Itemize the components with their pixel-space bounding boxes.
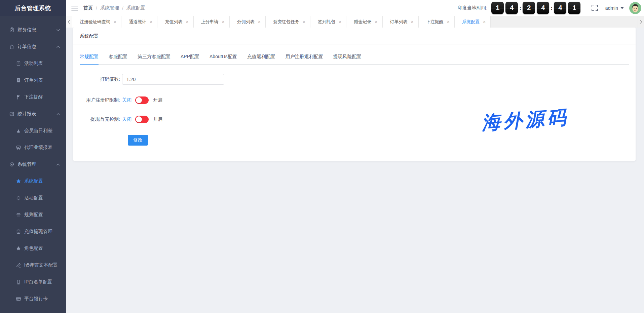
- clock-digit: 2: [523, 2, 535, 14]
- scroll-tabs-left-icon[interactable]: [66, 16, 72, 28]
- star-icon: [16, 246, 21, 251]
- main-column: 首页 / 系统管理 / 系统配置 印度当地时间: 1 4 : 2 4 : 4 1…: [66, 0, 644, 313]
- collapse-sidebar-icon[interactable]: [71, 5, 78, 11]
- ip-limit-toggle[interactable]: [135, 96, 149, 104]
- sidebar-item-label: 系统管理: [17, 161, 36, 167]
- open-tab-label: 充值列表: [165, 19, 182, 25]
- close-icon[interactable]: ×: [114, 19, 116, 24]
- open-tab[interactable]: 上分申请×: [194, 16, 230, 28]
- breadcrumb-system-management[interactable]: 系统管理: [100, 5, 119, 11]
- open-tab[interactable]: 赠金记录×: [346, 16, 382, 28]
- close-icon[interactable]: ×: [375, 19, 377, 24]
- sidebar-item-label: 财务信息: [17, 27, 36, 33]
- breadcrumb-home[interactable]: 首页: [83, 5, 93, 11]
- chevron-up-icon: [56, 113, 60, 115]
- multiplier-input[interactable]: [122, 74, 224, 85]
- open-tab[interactable]: 分佣列表×: [230, 16, 266, 28]
- clock-digit: 4: [554, 2, 566, 14]
- sidebar-item-statistics-reports[interactable]: 统计报表: [0, 106, 66, 122]
- clock-digit: 4: [537, 2, 549, 14]
- close-icon[interactable]: ×: [150, 19, 152, 24]
- sidebar-menu: 财务信息 订单信息 活动列表 订单列表 下注提醒: [0, 16, 66, 307]
- open-tab[interactable]: 裂变红包任务×: [266, 16, 310, 28]
- close-icon[interactable]: ×: [303, 19, 305, 24]
- sidebar-item-order-info[interactable]: 订单信息: [0, 38, 66, 55]
- sidebar-item-bet-reminder[interactable]: 下注提醒: [0, 89, 66, 106]
- close-icon[interactable]: ×: [411, 19, 414, 24]
- config-tab-aboutus[interactable]: AboutUs配置: [210, 54, 237, 64]
- close-icon[interactable]: ×: [339, 19, 341, 24]
- config-tab-register-rebate[interactable]: 用户注册返利配置: [286, 54, 323, 64]
- sidebar-item-h5-popup-text-config[interactable]: h5弹窗文本配置: [0, 257, 66, 274]
- database-icon: [16, 229, 21, 234]
- clock-colon: :: [520, 5, 521, 11]
- app-title: 后台管理系统: [15, 4, 51, 12]
- sidebar-item-activity-config[interactable]: 活动配置: [0, 190, 66, 206]
- open-tab-label: 分佣列表: [237, 19, 255, 25]
- top-header: 首页 / 系统管理 / 系统配置 印度当地时间: 1 4 : 2 4 : 4 1…: [66, 0, 644, 16]
- close-icon[interactable]: ×: [186, 19, 188, 24]
- breadcrumb: 首页 / 系统管理 / 系统配置: [83, 5, 145, 11]
- open-tab[interactable]: 下注提醒×: [419, 16, 455, 28]
- open-tab-label: 注册验证码查询: [80, 19, 110, 25]
- sidebar-item-system-management[interactable]: 系统管理: [0, 156, 66, 173]
- sidebar-item-deposit-withdraw-management[interactable]: 充值提现管理: [0, 223, 66, 240]
- open-tab[interactable]: 注册验证码查询×: [72, 16, 121, 28]
- open-tab-active[interactable]: 系统配置×: [455, 16, 491, 28]
- star-filled-icon: [16, 179, 21, 184]
- local-time-clock: 印度当地时间: 1 4 : 2 4 : 4 1: [458, 2, 581, 14]
- fullscreen-icon[interactable]: [592, 5, 598, 11]
- shopping-bag-icon: [9, 44, 14, 49]
- trend-chart-icon: [9, 111, 14, 117]
- phone-icon: [16, 279, 21, 285]
- form-row-first-charge-check: 提现首充检测: 关闭 开启: [80, 116, 629, 123]
- sidebar-item-rules-config[interactable]: 规则配置: [0, 206, 66, 223]
- sidebar-item-ip-whitelist-config[interactable]: IP白名单配置: [0, 274, 66, 290]
- document-filled-icon: [16, 78, 21, 83]
- avatar-face-image: [629, 2, 641, 14]
- open-tab[interactable]: 订单列表×: [383, 16, 419, 28]
- sidebar-item-label: 活动列表: [24, 61, 43, 67]
- config-tab-customer-service[interactable]: 客服配置: [109, 54, 127, 64]
- config-tab-app[interactable]: APP配置: [181, 54, 199, 64]
- config-tab-general[interactable]: 常规配置: [80, 54, 99, 65]
- sidebar-item-order-list[interactable]: 订单列表: [0, 72, 66, 89]
- sidebar-item-role-config[interactable]: 角色配置: [0, 240, 66, 257]
- chevron-up-icon: [56, 163, 60, 166]
- switch-on-label[interactable]: 开启: [153, 97, 162, 103]
- sidebar-item-label: 订单信息: [17, 44, 36, 50]
- sidebar-item-label: 充值提现管理: [24, 229, 52, 235]
- sidebar-item-activity-list[interactable]: 活动列表: [0, 55, 66, 72]
- bar-chart-icon: [16, 128, 21, 133]
- config-tab-third-party-service[interactable]: 第三方客服配置: [138, 54, 171, 64]
- sidebar-item-member-daily-margin[interactable]: 会员当日利差: [0, 122, 66, 139]
- sidebar-item-label: 统计报表: [17, 111, 36, 117]
- sidebar-item-system-config[interactable]: 系统配置: [0, 173, 66, 190]
- switch-off-label[interactable]: 关闭: [122, 97, 131, 103]
- switch-off-label[interactable]: 关闭: [122, 116, 131, 122]
- close-icon[interactable]: ×: [447, 19, 450, 24]
- config-tab-deposit-rebate[interactable]: 充值返利配置: [247, 54, 275, 64]
- avatar[interactable]: [629, 2, 641, 14]
- sidebar-item-label: 系统配置: [24, 178, 43, 184]
- sidebar-item-finance-info[interactable]: 财务信息: [0, 22, 66, 38]
- sidebar-item-platform-bank-card[interactable]: 平台银行卡: [0, 290, 66, 307]
- modify-button[interactable]: 修改: [128, 135, 148, 146]
- close-icon[interactable]: ×: [222, 19, 225, 24]
- open-tab[interactable]: 通道统计×: [121, 16, 157, 28]
- switch-on-label[interactable]: 开启: [153, 116, 162, 122]
- open-tab[interactable]: 充值列表×: [157, 16, 193, 28]
- close-icon[interactable]: ×: [483, 19, 486, 24]
- first-charge-check-toggle[interactable]: [135, 116, 149, 123]
- scroll-tabs-right-icon[interactable]: [638, 16, 644, 28]
- open-tab[interactable]: 签到礼包×: [310, 16, 346, 28]
- sidebar-item-label: 规则配置: [24, 212, 43, 218]
- open-tabs-bar: 注册验证码查询× 通道统计× 充值列表× 上分申请× 分佣列表× 裂变红包任务×…: [66, 16, 644, 28]
- close-icon[interactable]: ×: [258, 19, 261, 24]
- sidebar-item-agent-performance-report[interactable]: 代理业绩报表: [0, 139, 66, 156]
- user-menu[interactable]: admin: [605, 5, 624, 11]
- tabs-bar-filler: [491, 16, 638, 28]
- username: admin: [605, 5, 618, 11]
- field-label: 用户注册IP限制:: [80, 97, 120, 103]
- config-tab-withdraw-risk[interactable]: 提现风险配置: [333, 54, 362, 64]
